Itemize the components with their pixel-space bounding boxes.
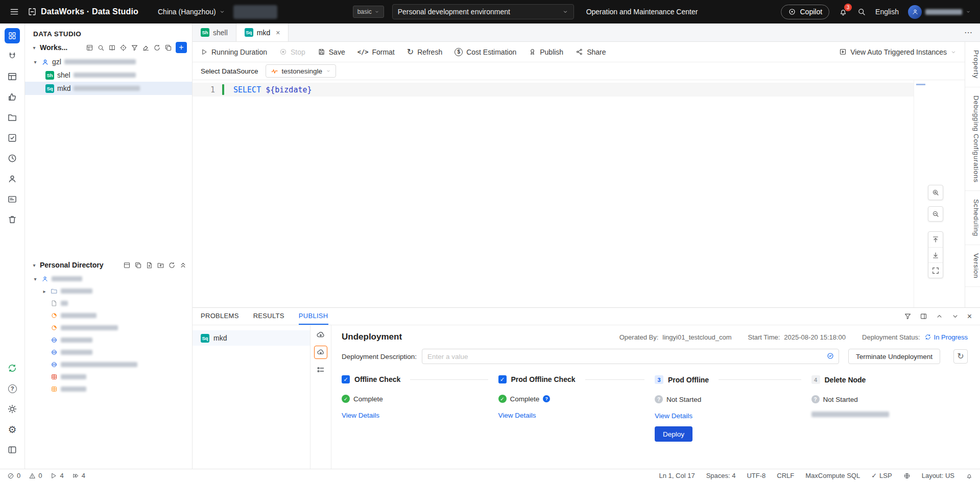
sync-icon[interactable] (5, 360, 20, 376)
keyboard-layout[interactable]: Layout: US (922, 472, 954, 479)
history-icon[interactable] (5, 151, 20, 166)
refresh-deployment-button[interactable]: ↻ (953, 349, 968, 364)
share-button[interactable]: Share (576, 48, 606, 56)
description-input[interactable] (422, 349, 839, 364)
copy-icon[interactable] (164, 44, 172, 52)
cursor-position[interactable]: Ln 1, Col 17 (659, 472, 695, 479)
tab-publish[interactable]: PUBLISH (299, 308, 328, 325)
language-switcher[interactable]: English (875, 8, 899, 16)
search-icon[interactable] (97, 44, 105, 52)
tab-shell[interactable]: Sh shell (193, 23, 236, 41)
data-integration-icon[interactable] (5, 49, 20, 64)
close-panel-icon[interactable]: × (967, 312, 972, 321)
tree-node-shel[interactable]: Sh shel (25, 68, 192, 82)
zoom-in-button[interactable] (928, 185, 943, 200)
view-details-link[interactable]: View Details (342, 412, 379, 419)
filter-icon[interactable] (131, 44, 138, 52)
personal-directory-header[interactable]: ▾ Personal Directory (25, 257, 192, 273)
stop-button[interactable]: Stop (279, 48, 305, 56)
terminate-undeployment-button[interactable]: Terminate Undeployment (848, 349, 940, 364)
personal-node[interactable] (25, 334, 192, 346)
scroll-top-button[interactable] (928, 232, 943, 247)
caret-down-icon[interactable]: ▾ (32, 59, 38, 65)
more-tabs-button[interactable]: ⋯ (957, 23, 980, 41)
workspace-section-header[interactable]: ▾ Works... + (25, 40, 192, 55)
refresh-button[interactable]: ↻Refresh (407, 48, 442, 56)
tab-scheduling[interactable]: Scheduling (965, 191, 980, 245)
tab-debugging-configurations[interactable]: Debugging Configurations (965, 87, 980, 191)
folder-icon[interactable] (5, 110, 20, 125)
chevron-up-icon[interactable] (936, 312, 943, 320)
personal-node[interactable] (25, 309, 192, 322)
tab-property[interactable]: Property (965, 42, 980, 87)
step-checkbox-checked[interactable]: ✓ (342, 375, 350, 383)
deploy-upload-icon[interactable] (316, 330, 325, 340)
tab-mkd[interactable]: Sq mkd × (236, 23, 289, 41)
user-icon[interactable] (5, 171, 20, 186)
scroll-bottom-button[interactable] (928, 247, 943, 262)
code-editor[interactable]: 1 SELECT ${bizdate} (193, 80, 965, 307)
eol-type[interactable]: CRLF (777, 472, 794, 479)
save-button[interactable]: Save (318, 48, 345, 56)
approval-icon[interactable] (5, 89, 20, 105)
environment-select[interactable]: Personal development environment (392, 4, 574, 19)
explore-icon[interactable] (857, 7, 866, 16)
errors-counter[interactable]: 0 (7, 472, 20, 479)
theme-icon[interactable] (5, 401, 20, 417)
help-icon[interactable]: ? (5, 381, 20, 396)
tree-node-mkd[interactable]: Sq mkd (25, 82, 192, 95)
datasource-select[interactable]: testonesingle (266, 64, 337, 78)
board-icon[interactable] (86, 44, 93, 52)
tree-node-gzl[interactable]: ▾ gzl (25, 55, 192, 68)
personal-node[interactable]: ▸ (25, 285, 192, 297)
undeploy-download-icon[interactable] (314, 346, 327, 359)
layout-icon[interactable] (5, 442, 20, 457)
personal-node[interactable] (25, 383, 192, 395)
tab-problems[interactable]: PROBLEMS (201, 308, 239, 325)
account-menu[interactable] (908, 5, 971, 19)
encoding[interactable]: UTF-8 (747, 472, 766, 479)
run-counter[interactable]: 4 (50, 472, 63, 479)
new-file-icon[interactable] (146, 261, 153, 269)
chevron-down-icon[interactable] (951, 312, 959, 320)
catalog-icon[interactable] (108, 44, 116, 52)
filter-icon[interactable] (904, 312, 912, 320)
tab-version[interactable]: Version (965, 245, 980, 287)
task-check-icon[interactable] (5, 130, 20, 146)
zoom-out-button[interactable] (928, 206, 943, 222)
create-node-button[interactable]: + (176, 42, 187, 53)
cost-estimation-button[interactable]: $Cost Estimation (455, 48, 516, 56)
language-mode[interactable]: MaxCompute SQL (805, 472, 860, 479)
publish-node-mkd[interactable]: Sq mkd (193, 330, 310, 346)
lsp-status[interactable]: ✓LSP (871, 472, 892, 479)
data-studio-icon[interactable] (5, 28, 20, 43)
close-icon[interactable]: × (276, 29, 280, 37)
collapse-all-icon[interactable] (179, 261, 187, 269)
tab-results[interactable]: RESULTS (253, 308, 284, 325)
refresh-icon[interactable] (168, 261, 176, 269)
indentation[interactable]: Spaces: 4 (706, 472, 736, 479)
mode-select[interactable]: basic (353, 6, 384, 18)
publish-button[interactable]: Publish (529, 48, 563, 56)
deploy-button[interactable]: Deploy (655, 426, 692, 442)
warnings-counter[interactable]: 0 (29, 472, 42, 479)
ai-generate-icon[interactable] (826, 352, 834, 360)
globe-icon[interactable] (903, 472, 911, 479)
deploy-counter[interactable]: 4 (72, 472, 85, 479)
bell-icon[interactable] (966, 472, 973, 479)
fit-view-button[interactable] (928, 262, 943, 278)
personal-node[interactable] (25, 371, 192, 383)
help-icon[interactable]: ? (543, 395, 550, 402)
new-folder-icon[interactable] (157, 261, 164, 269)
view-auto-triggered-instances[interactable]: View Auto Triggered Instances (839, 48, 957, 56)
minimap[interactable] (914, 80, 929, 307)
menu-icon[interactable] (9, 7, 19, 17)
running-duration-button[interactable]: Running Duration (201, 48, 267, 56)
om-center-link[interactable]: Operation and Maintenance Center (586, 8, 698, 16)
personal-node[interactable] (25, 297, 192, 309)
panel-layout-icon[interactable] (920, 312, 927, 320)
format-button[interactable]: </>Format (357, 48, 395, 56)
trash-icon[interactable] (5, 212, 20, 227)
region-select[interactable]: China (Hangzhou) (158, 8, 225, 16)
table-icon[interactable] (5, 69, 20, 84)
